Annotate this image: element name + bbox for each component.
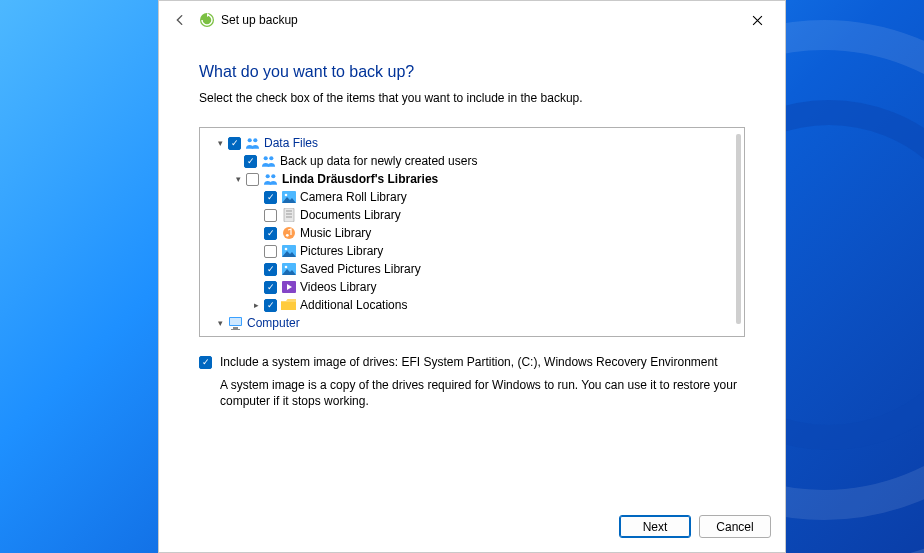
system-image-description: A system image is a copy of the drives r… — [220, 377, 745, 409]
tree-label: Documents Library — [300, 208, 401, 222]
next-button[interactable]: Next — [619, 515, 691, 538]
svg-rect-22 — [230, 318, 241, 325]
svg-rect-20 — [281, 302, 296, 310]
svg-point-13 — [283, 227, 295, 239]
tree-node-data-files[interactable]: ▾ Data Files — [200, 134, 744, 152]
instruction-text: Select the check box of the items that y… — [199, 91, 745, 105]
chevron-down-icon[interactable]: ▾ — [232, 173, 244, 185]
checkbox-library[interactable] — [264, 263, 277, 276]
svg-point-18 — [284, 266, 287, 269]
svg-rect-9 — [284, 208, 294, 222]
tree-label: Saved Pictures Library — [300, 262, 421, 276]
page-heading: What do you want to back up? — [199, 63, 745, 81]
checkbox-library[interactable] — [264, 281, 277, 294]
chevron-right-icon[interactable]: ▸ — [250, 299, 262, 311]
tree-label: Pictures Library — [300, 244, 383, 258]
chevron-down-icon[interactable]: ▾ — [214, 317, 226, 329]
tree-node-new-users[interactable]: Back up data for newly created users — [200, 152, 744, 170]
svg-point-2 — [253, 138, 257, 142]
checkbox-library[interactable] — [264, 245, 277, 258]
tree-node-library[interactable]: Documents Library — [200, 206, 744, 224]
folder-icon — [281, 298, 296, 312]
checkbox-new-users[interactable] — [244, 155, 257, 168]
tree-label: Back up data for newly created users — [280, 154, 477, 168]
tree-label: Additional Locations — [300, 298, 407, 312]
computer-icon — [228, 316, 243, 330]
document-icon — [281, 208, 296, 222]
tree-label: Videos Library — [300, 280, 377, 294]
picture-icon — [281, 244, 296, 258]
tree-node-additional-locations[interactable]: ▸ Additional Locations — [200, 296, 744, 314]
checkbox-library[interactable] — [264, 191, 277, 204]
backup-app-icon — [199, 12, 215, 28]
checkbox-system-image[interactable] — [199, 356, 212, 369]
tree-node-library[interactable]: Music Library — [200, 224, 744, 242]
svg-rect-23 — [233, 327, 238, 329]
content-area: What do you want to back up? Select the … — [159, 39, 785, 505]
picture-icon — [281, 190, 296, 204]
tree-label: Linda Dräusdorf's Libraries — [282, 172, 438, 186]
back-button[interactable] — [171, 11, 189, 29]
users-icon — [263, 172, 278, 186]
tree-node-user-libraries[interactable]: ▾ Linda Dräusdorf's Libraries — [200, 170, 744, 188]
svg-point-14 — [285, 234, 288, 237]
tree-label: Computer — [247, 316, 300, 330]
svg-point-5 — [266, 174, 270, 178]
chevron-down-icon[interactable]: ▾ — [214, 137, 226, 149]
cancel-button[interactable]: Cancel — [699, 515, 771, 538]
tree-node-library[interactable]: Pictures Library — [200, 242, 744, 260]
tree-node-library[interactable]: Saved Pictures Library — [200, 260, 744, 278]
music-icon — [281, 226, 296, 240]
backup-wizard-dialog: Set up backup What do you want to back u… — [158, 0, 786, 553]
tree-label: Camera Roll Library — [300, 190, 407, 204]
backup-items-tree[interactable]: ▾ Data Files Back up data for newly crea… — [199, 127, 745, 337]
tree-node-computer[interactable]: ▾ Computer — [200, 314, 744, 332]
checkbox-additional[interactable] — [264, 299, 277, 312]
svg-point-1 — [248, 138, 252, 142]
svg-point-3 — [264, 156, 268, 160]
picture-icon — [281, 262, 296, 276]
users-icon — [245, 136, 260, 150]
checkbox-library[interactable] — [264, 209, 277, 222]
users-icon — [261, 154, 276, 168]
video-icon — [281, 280, 296, 294]
svg-point-8 — [284, 194, 287, 197]
titlebar: Set up backup — [159, 1, 785, 39]
svg-rect-24 — [231, 329, 240, 330]
svg-point-4 — [269, 156, 273, 160]
tree-node-library[interactable]: Camera Roll Library — [200, 188, 744, 206]
svg-point-16 — [284, 248, 287, 251]
tree-label: Music Library — [300, 226, 371, 240]
svg-point-6 — [271, 174, 275, 178]
window-title: Set up backup — [221, 13, 298, 27]
checkbox-library[interactable] — [264, 227, 277, 240]
dialog-footer: Next Cancel — [159, 505, 785, 552]
tree-node-library[interactable]: Videos Library — [200, 278, 744, 296]
checkbox-user-libraries[interactable] — [246, 173, 259, 186]
close-button[interactable] — [735, 5, 779, 35]
system-image-option[interactable]: Include a system image of drives: EFI Sy… — [199, 355, 745, 369]
scrollbar[interactable] — [736, 134, 741, 324]
tree-label: Data Files — [264, 136, 318, 150]
checkbox-data-files[interactable] — [228, 137, 241, 150]
system-image-label: Include a system image of drives: EFI Sy… — [220, 355, 718, 369]
